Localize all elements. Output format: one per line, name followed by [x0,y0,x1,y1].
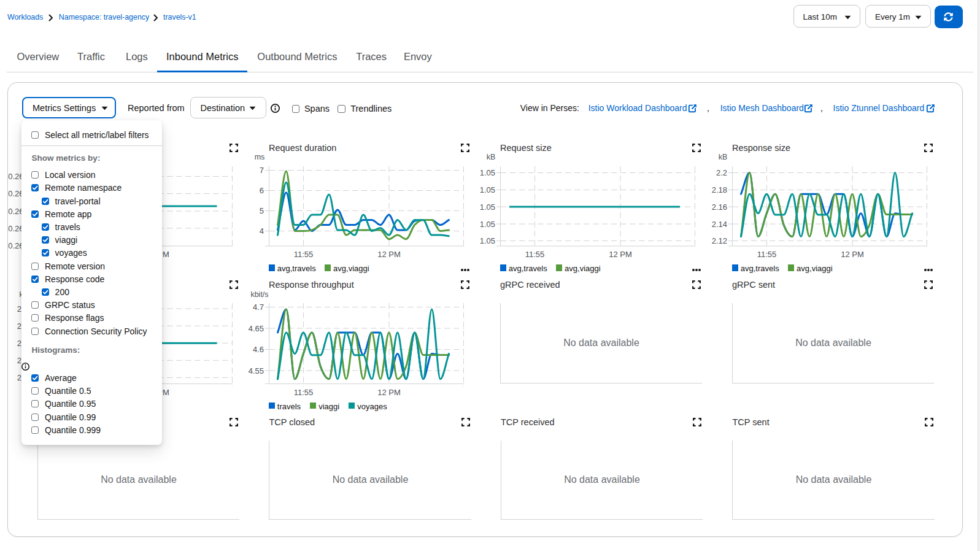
svg-text:2.12: 2.12 [712,236,727,245]
svg-text:2.2: 2.2 [716,168,727,177]
svg-text:6: 6 [260,186,264,195]
svg-text:4: 4 [260,226,264,236]
svg-text:4.6: 4.6 [253,345,264,354]
svg-text:1.05: 1.05 [480,219,495,228]
svg-text:7: 7 [260,166,264,175]
svg-text:4.7: 4.7 [253,302,264,312]
svg-text:1.05: 1.05 [480,202,495,211]
svg-text:2.18: 2.18 [712,185,727,195]
svg-text:5: 5 [260,206,264,215]
svg-text:2.16: 2.16 [712,202,727,211]
svg-text:4.55: 4.55 [249,366,264,375]
svg-text:1.05: 1.05 [480,168,495,177]
svg-text:1.05: 1.05 [480,236,495,245]
svg-text:2.14: 2.14 [712,219,727,228]
svg-text:4.65: 4.65 [249,323,264,333]
svg-text:1.05: 1.05 [480,185,495,195]
